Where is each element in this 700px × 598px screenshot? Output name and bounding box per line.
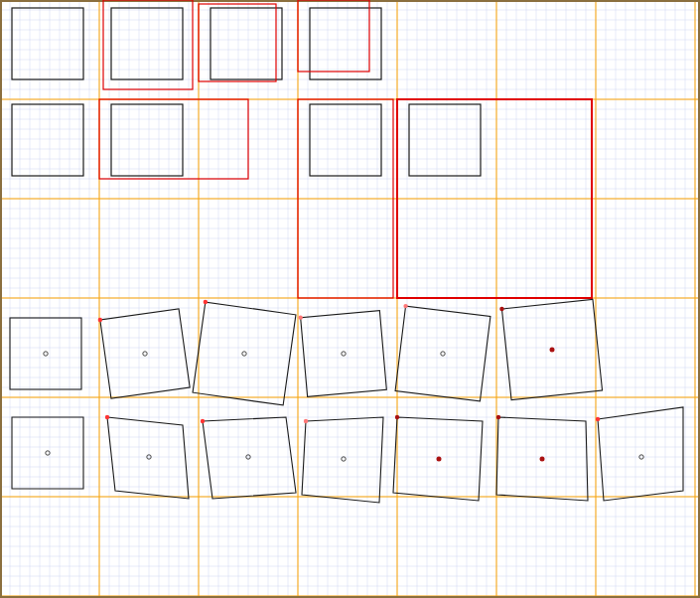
- corner-dot: [201, 419, 205, 423]
- corner-dot: [304, 419, 308, 423]
- center-ring: [441, 352, 445, 356]
- skewed-quad: [12, 417, 83, 489]
- corner-dot: [496, 415, 500, 419]
- black-square: [310, 8, 381, 79]
- black-square: [111, 104, 183, 176]
- black-square: [111, 8, 183, 79]
- rotated-square: [301, 311, 387, 397]
- rotated-square: [193, 302, 296, 405]
- diagram-svg: [0, 0, 700, 598]
- corner-dot: [105, 415, 109, 419]
- corner-dot: [204, 300, 208, 304]
- center-ring: [46, 451, 50, 455]
- diagram-canvas: [0, 0, 700, 598]
- center-ring: [143, 352, 147, 356]
- center-dot: [550, 348, 555, 353]
- black-square: [310, 104, 381, 176]
- center-dot: [437, 457, 442, 462]
- center-ring: [44, 352, 48, 356]
- center-ring: [342, 457, 346, 461]
- corner-dot: [596, 417, 600, 421]
- corner-dot: [499, 307, 503, 311]
- rotated-square: [100, 309, 190, 398]
- rotated-square: [395, 306, 490, 401]
- skewed-quad: [107, 417, 189, 499]
- black-square: [409, 104, 481, 176]
- skewed-quad: [302, 417, 383, 503]
- center-ring: [242, 352, 246, 356]
- red-outline: [103, 0, 193, 89]
- center-ring: [342, 352, 346, 356]
- corner-dot: [395, 415, 399, 419]
- black-square: [12, 104, 83, 176]
- svg-rect-147: [1, 1, 699, 597]
- black-square: [210, 8, 282, 79]
- black-square: [12, 8, 83, 79]
- center-dot: [540, 457, 545, 462]
- red-outline: [298, 0, 369, 72]
- skewed-quad: [203, 417, 296, 499]
- corner-dot: [98, 318, 102, 322]
- corner-dot: [403, 304, 407, 308]
- rotated-square: [10, 318, 81, 389]
- corner-dot: [298, 315, 302, 319]
